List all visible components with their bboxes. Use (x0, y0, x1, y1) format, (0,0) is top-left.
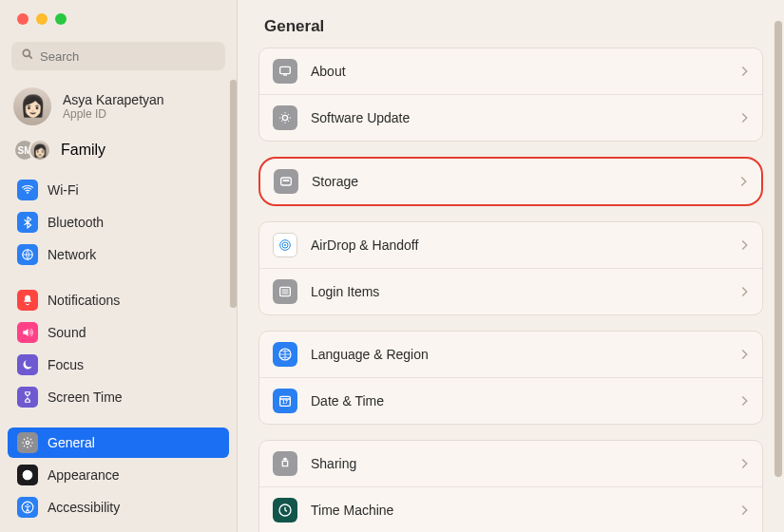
settings-row-sharing[interactable]: Sharing (259, 441, 762, 486)
account-text: Asya Karapetyan Apple ID (63, 92, 164, 121)
airdrop-icon (273, 233, 297, 257)
sidebar-item-wifi[interactable]: Wi-Fi (8, 175, 229, 205)
chevron-right-icon (740, 504, 749, 517)
account-name: Asya Karapetyan (63, 92, 164, 107)
speaker-icon (17, 322, 38, 343)
chevron-right-icon (739, 175, 748, 188)
settings-row-about[interactable]: About (259, 48, 762, 94)
family-label: Family (61, 142, 105, 159)
zoom-window-button[interactable] (55, 13, 67, 25)
list-icon (273, 279, 297, 304)
search-input[interactable] (40, 49, 216, 64)
account-subtitle: Apple ID (63, 107, 164, 121)
settings-group: AboutSoftware Update (258, 48, 763, 142)
accessibility-icon (17, 497, 38, 518)
window-controls (0, 0, 237, 36)
avatar: 👩🏻 (13, 87, 51, 125)
wifi-icon (17, 180, 38, 200)
chevron-right-icon (740, 111, 749, 124)
chevron-right-icon (740, 65, 749, 78)
svg-point-0 (23, 49, 29, 56)
close-window-button[interactable] (17, 13, 29, 25)
settings-row-label: Time Machine (311, 503, 727, 518)
sidebar-item-sound[interactable]: Sound (8, 317, 229, 348)
settings-row-label: Login Items (311, 284, 727, 299)
sidebar-item-label: Focus (48, 357, 84, 372)
sidebar-item-notifications[interactable]: Notifications (8, 285, 229, 315)
search-icon (21, 48, 40, 65)
svg-line-1 (29, 55, 31, 58)
globe-icon (17, 244, 38, 265)
settings-row-login-items[interactable]: Login Items (259, 268, 762, 314)
hourglass-icon (17, 387, 38, 408)
family-icons: SM 👩🏻 (13, 139, 51, 162)
sidebar-item-label: Appearance (48, 467, 120, 483)
sidebar-scrollbar[interactable] (230, 80, 237, 308)
sidebar-list: Wi-FiBluetoothNetworkNotificationsSoundF… (0, 171, 237, 528)
family-row[interactable]: SM 👩🏻 Family (0, 133, 237, 171)
settings-group: Storage (258, 157, 763, 206)
search-field[interactable] (11, 42, 225, 70)
main-panel: General AboutSoftware UpdateStorageAirDr… (238, 0, 784, 532)
sharing-icon (273, 451, 297, 476)
refresh-gear-icon (273, 105, 297, 130)
clock-icon (273, 498, 297, 522)
sidebar-item-screentime[interactable]: Screen Time (8, 382, 229, 412)
globe-grid-icon (273, 342, 297, 367)
settings-row-language[interactable]: Language & Region (259, 332, 762, 377)
sidebar-item-label: General (48, 435, 95, 450)
settings-row-label: AirDrop & Handoff (311, 238, 727, 253)
bell-icon (17, 290, 38, 311)
minimize-window-button[interactable] (36, 13, 48, 25)
settings-row-storage[interactable]: Storage (260, 159, 761, 204)
main-scrollbar[interactable] (774, 21, 782, 477)
chevron-right-icon (740, 238, 749, 252)
gear-icon (17, 432, 38, 453)
sidebar-item-accessibility[interactable]: Accessibility (8, 492, 229, 522)
settings-row-label: Storage (312, 174, 726, 189)
chevron-right-icon (740, 394, 749, 408)
search-container (0, 36, 237, 80)
settings-row-label: Date & Time (311, 393, 727, 408)
moon-icon (17, 354, 38, 375)
chevron-right-icon (740, 348, 749, 361)
sidebar-item-label: Notifications (48, 293, 120, 308)
settings-group: AirDrop & HandoffLogin Items (258, 221, 763, 315)
apple-id-row[interactable]: 👩🏻 Asya Karapetyan Apple ID (0, 80, 237, 133)
bluetooth-icon (17, 212, 38, 233)
settings-row-label: About (311, 64, 727, 79)
sidebar-item-label: Accessibility (48, 500, 120, 515)
settings-group: SharingTime MachineTransfer or Reset (258, 440, 763, 532)
settings-row-label: Sharing (311, 456, 727, 471)
settings-row-software-update[interactable]: Software Update (259, 94, 762, 141)
settings-row-datetime[interactable]: Date & Time (259, 377, 762, 424)
sidebar-item-general[interactable]: General (8, 428, 229, 458)
chevron-right-icon (740, 457, 749, 470)
settings-group: Language & RegionDate & Time (258, 331, 763, 425)
sidebar-item-network[interactable]: Network (8, 239, 229, 270)
settings-row-label: Language & Region (311, 347, 727, 362)
mac-icon (273, 59, 297, 84)
sidebar-item-label: Bluetooth (48, 215, 104, 230)
sidebar-item-label: Network (48, 247, 96, 262)
chevron-right-icon (740, 285, 749, 298)
settings-row-timemachine[interactable]: Time Machine (259, 486, 762, 532)
sidebar-item-label: Wi-Fi (48, 182, 79, 198)
sidebar-item-bluetooth[interactable]: Bluetooth (8, 207, 229, 238)
family-avatar-icon: 👩🏻 (29, 139, 51, 162)
calendar-icon (273, 389, 297, 413)
sidebar: 👩🏻 Asya Karapetyan Apple ID SM 👩🏻 Family… (0, 0, 238, 532)
disk-icon (274, 169, 298, 194)
settings-row-airdrop[interactable]: AirDrop & Handoff (259, 222, 762, 268)
main-content: AboutSoftware UpdateStorageAirDrop & Han… (238, 44, 784, 532)
settings-row-label: Software Update (311, 110, 727, 125)
appearance-icon (17, 465, 38, 485)
sidebar-item-label: Sound (48, 325, 86, 340)
sidebar-item-label: Screen Time (48, 390, 123, 405)
sidebar-item-appearance[interactable]: Appearance (8, 460, 229, 490)
page-title: General (238, 0, 784, 44)
sidebar-scroll[interactable]: 👩🏻 Asya Karapetyan Apple ID SM 👩🏻 Family… (0, 80, 237, 532)
sidebar-item-focus[interactable]: Focus (8, 350, 229, 380)
